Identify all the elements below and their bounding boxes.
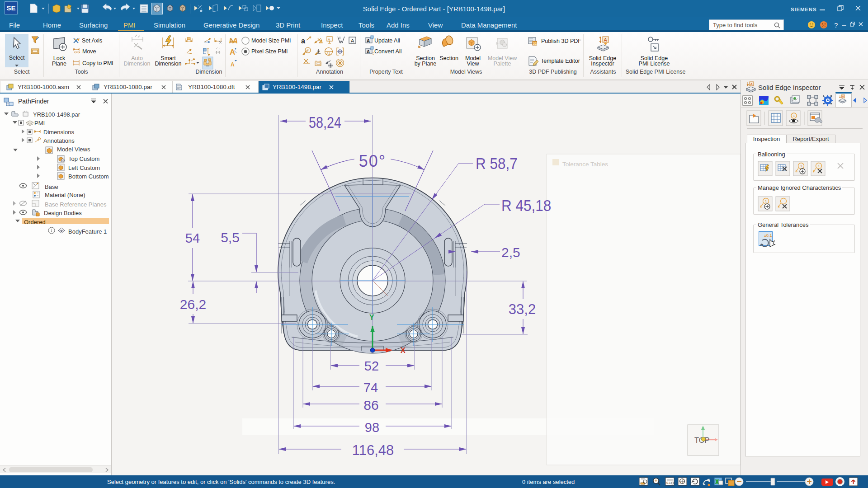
- svg-text:a: a: [301, 37, 305, 45]
- svg-text:R 45,18: R 45,18: [501, 197, 551, 214]
- svg-text:±0.1: ±0.1: [764, 233, 772, 238]
- svg-text:33,2: 33,2: [509, 301, 536, 317]
- svg-text:A: A: [750, 82, 753, 86]
- svg-text:1: 1: [818, 164, 820, 168]
- svg-text:A: A: [232, 37, 238, 45]
- svg-text:A: A: [604, 37, 608, 42]
- svg-text:A: A: [351, 38, 354, 43]
- svg-text:52: 52: [364, 359, 379, 373]
- svg-text:A: A: [231, 61, 235, 68]
- svg-text:A: A: [328, 38, 330, 42]
- svg-text:A: A: [367, 38, 370, 43]
- svg-text:Y: Y: [369, 314, 374, 321]
- svg-text:74: 74: [363, 380, 378, 395]
- svg-text:98: 98: [365, 420, 379, 435]
- svg-text:2,5: 2,5: [501, 245, 520, 260]
- svg-text:?: ?: [834, 21, 838, 29]
- svg-text:A1: A1: [326, 52, 330, 55]
- svg-text:Tolerance Tables: Tolerance Tables: [562, 161, 608, 168]
- svg-text:A: A: [842, 95, 844, 98]
- svg-text:1: 1: [793, 114, 795, 118]
- svg-text:R 58,7: R 58,7: [476, 155, 518, 172]
- svg-text:?: ?: [307, 49, 309, 53]
- svg-text:1: 1: [800, 164, 802, 168]
- svg-text:86: 86: [363, 398, 378, 413]
- svg-text:5,5: 5,5: [221, 230, 240, 245]
- svg-text:50°: 50°: [359, 152, 386, 170]
- svg-text:54: 54: [185, 231, 200, 245]
- svg-text:116,48: 116,48: [352, 442, 394, 458]
- svg-text:A: A: [230, 48, 235, 56]
- svg-text:1: 1: [765, 199, 767, 203]
- svg-text:58,24: 58,24: [309, 113, 341, 131]
- svg-text:3D: 3D: [533, 42, 537, 45]
- svg-text:A: A: [367, 49, 370, 54]
- svg-text:26,2: 26,2: [180, 297, 206, 312]
- svg-text:X: X: [401, 347, 406, 354]
- svg-text:0.1: 0.1: [666, 481, 671, 484]
